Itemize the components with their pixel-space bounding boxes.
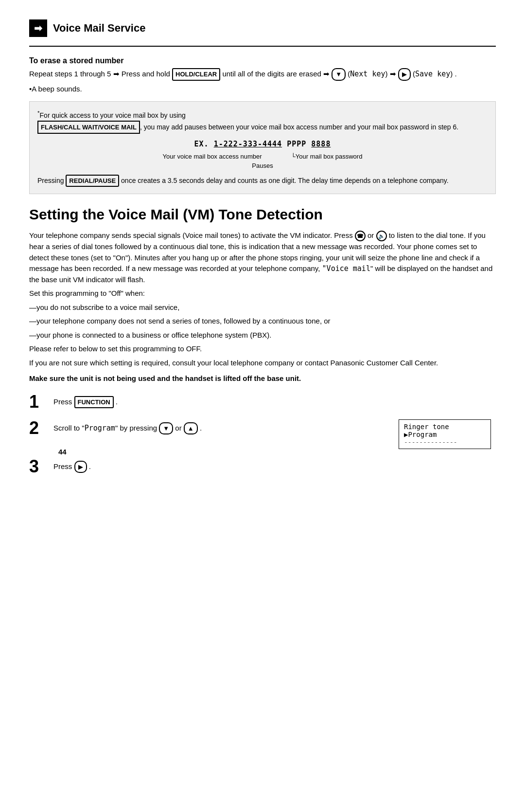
note-line2: FLASH/CALL WAIT/VOICE MAIL, you may add … bbox=[37, 121, 488, 134]
steps-container: 1 Press FUNCTION . 2 Scroll to "Program"… bbox=[29, 393, 496, 475]
nav-right-button: ▶ bbox=[74, 461, 87, 473]
step-2-number: 2 bbox=[29, 419, 53, 437]
header-divider bbox=[29, 46, 496, 47]
phone-icon-2: 🔈 bbox=[376, 231, 387, 241]
vm-para1: Your telephone company sends special sig… bbox=[29, 230, 496, 285]
vm-bullet1: —you do not subscribe to a voice mail se… bbox=[29, 302, 496, 313]
ex-label: EX. bbox=[194, 140, 209, 148]
erase-next-label: (Next key) bbox=[348, 70, 387, 78]
erase-bullet: •A beep sounds. bbox=[29, 84, 496, 95]
save-key-button: ▶ bbox=[398, 68, 411, 81]
nav-up-button: ▲ bbox=[184, 422, 198, 435]
arrow-icon: ➡ bbox=[34, 22, 42, 34]
step1-text-before: Press bbox=[53, 397, 74, 406]
header-arrow-block: ➡ bbox=[29, 19, 47, 37]
step-2-row: 2 Scroll to "Program" by pressing ▼ or ▲… bbox=[29, 419, 496, 449]
diagram-labels-row: Your voice mail box access number └Your … bbox=[37, 152, 488, 162]
step3-text-before: Press bbox=[53, 462, 74, 470]
redial-pause-button: REDIAL/PAUSE bbox=[66, 175, 119, 187]
lcd-line3: -------------- bbox=[404, 438, 486, 446]
step-1-content: Press FUNCTION . bbox=[53, 396, 496, 409]
step-2-content: Scroll to "Program" by pressing ▼ or ▲ . bbox=[53, 422, 389, 435]
note-line1: *For quick access to your voice mail box… bbox=[37, 108, 488, 121]
step2-text-end: . bbox=[200, 424, 202, 432]
password-label: └Your mail box password bbox=[291, 152, 363, 162]
step-1-number: 1 bbox=[29, 393, 53, 411]
note-text1: For quick access to your voice mail box … bbox=[40, 111, 186, 119]
ex-number: 1-222-333-4444 bbox=[214, 140, 282, 148]
step-1-row: 1 Press FUNCTION . bbox=[29, 393, 496, 411]
note-text2: , you may add pauses between your voice … bbox=[140, 123, 458, 131]
ex-pppp: PPPP bbox=[287, 140, 306, 148]
lcd-display: Ringer tone ▶Program -------------- bbox=[399, 419, 491, 449]
function-button: FUNCTION bbox=[74, 396, 114, 409]
pauses-label: Pauses bbox=[37, 161, 488, 171]
vm-or: or bbox=[368, 231, 376, 239]
vm-para3: Please refer to below to set this progra… bbox=[29, 343, 496, 355]
erase-body: Repeat steps 1 through 5 ➡ Press and hol… bbox=[29, 68, 496, 81]
vm-para1-text1: Your telephone company sends special sig… bbox=[29, 231, 355, 239]
phone-icon-1: ☎ bbox=[355, 231, 366, 241]
erase-text1: Repeat steps 1 through 5 ➡ Press and hol… bbox=[29, 70, 172, 78]
hold-clear-button: HOLD/CLEAR bbox=[172, 68, 220, 81]
ex-password: 8888 bbox=[311, 140, 331, 148]
next-key-button: ▼ bbox=[332, 68, 346, 81]
step1-text-after: . bbox=[116, 397, 118, 406]
ex-line: EX. 1-222-333-4444 PPPP 8888 bbox=[37, 139, 488, 150]
redial-text2: once creates a 3.5 seconds delay and cou… bbox=[121, 177, 449, 184]
section-header: ➡ Voice Mail Service bbox=[29, 19, 496, 37]
ex-diagram: EX. 1-222-333-4444 PPPP 8888 Your voice … bbox=[37, 139, 488, 171]
page-number: 44 bbox=[58, 448, 67, 456]
step-3-row: 3 Press ▶ . bbox=[29, 458, 496, 475]
redial-text: Pressing REDIAL/PAUSE once creates a 3.5… bbox=[37, 175, 488, 187]
flash-key-button: FLASH/CALL WAIT/VOICE MAIL bbox=[37, 121, 140, 134]
step-3-number: 3 bbox=[29, 458, 53, 475]
voice-mail-mono: " bbox=[322, 264, 327, 273]
step-2-display: Ringer tone ▶Program -------------- bbox=[399, 419, 496, 449]
erase-title: To erase a stored number bbox=[29, 56, 496, 65]
step2-text-after: " by pressing bbox=[115, 424, 159, 432]
l-bracket: └ bbox=[291, 153, 296, 160]
vm-tone-title: Setting the Voice Mail (VM) Tone Detecti… bbox=[29, 206, 496, 223]
erase-text2: until all of the digits are erased ➡ bbox=[222, 70, 332, 78]
note-box: *For quick access to your voice mail box… bbox=[29, 101, 496, 194]
nav-down-button: ▼ bbox=[159, 422, 173, 435]
redial-text1: Pressing bbox=[37, 177, 66, 184]
step2-or: or bbox=[175, 424, 184, 432]
step2-text-before: Scroll to " bbox=[53, 424, 85, 432]
voice-mail-text: Voice mail bbox=[327, 264, 370, 273]
erase-save-label: (Save key) bbox=[413, 70, 453, 78]
erase-section: To erase a stored number Repeat steps 1 … bbox=[29, 56, 496, 94]
vm-bullet2: —your telephone company does not send a … bbox=[29, 316, 496, 327]
vm-para4: If you are not sure which setting is req… bbox=[29, 358, 496, 369]
erase-text4: . bbox=[455, 70, 456, 78]
lcd-line2: ▶Program bbox=[404, 431, 486, 438]
erase-text3: ➡ bbox=[390, 70, 398, 78]
section-title: Voice Mail Service bbox=[53, 22, 145, 35]
access-number-label: Your voice mail box access number bbox=[163, 152, 262, 162]
step3-text-after: . bbox=[89, 462, 91, 470]
lcd-line1: Ringer tone bbox=[404, 423, 486, 431]
vm-para2: Set this programming to "Off" when: bbox=[29, 288, 496, 299]
vm-bold-warning: Make sure the unit is not being used and… bbox=[29, 373, 496, 384]
step2-mono: Program bbox=[85, 424, 115, 433]
step-3-content: Press ▶ . bbox=[53, 461, 496, 473]
vm-tone-body: Your telephone company sends special sig… bbox=[29, 230, 496, 384]
vm-bullet3: —your phone is connected to a business o… bbox=[29, 330, 496, 341]
